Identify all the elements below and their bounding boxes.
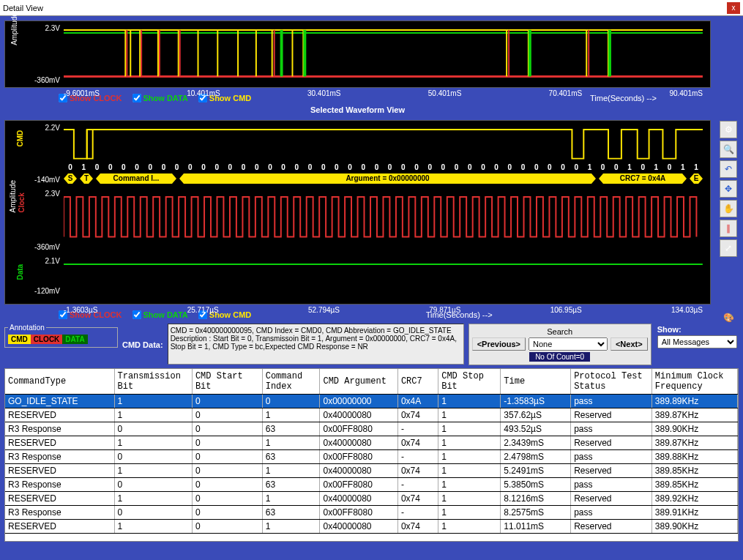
- table-row[interactable]: R3 Response00630x00FF8080-1493.52µSpass3…: [5, 422, 738, 436]
- column-header[interactable]: CommandType: [5, 369, 114, 395]
- column-header[interactable]: CRC7: [397, 369, 438, 395]
- table-row[interactable]: R3 Response00630x00FF8080-15.3850mSpass3…: [5, 478, 738, 492]
- measure-tool-icon[interactable]: ⤢: [720, 239, 737, 257]
- column-header[interactable]: CMD Start Bit: [192, 369, 262, 395]
- table-row[interactable]: RESERVED1010x400000800x74111.011mSReserv…: [5, 520, 738, 534]
- legend-cmd: CMD: [8, 335, 31, 344]
- selected-waveform[interactable]: CMD 2.2V-140mV 0100000000000000000000000…: [4, 120, 711, 305]
- search-count-badge: No Of Count=0: [529, 352, 590, 362]
- pan-tool-icon[interactable]: ✋: [720, 200, 737, 217]
- cmd-signal-label: CMD: [16, 130, 24, 147]
- table-row[interactable]: RESERVED1010x400000800x741357.62µSReserv…: [5, 408, 738, 422]
- amplitude-label: Amplitude: [9, 180, 17, 212]
- table-row[interactable]: GO_IDLE_STATE1000x000000000x4A1-1.3583µS…: [5, 395, 738, 408]
- x-ticks-top: -9.6001mS10.401mS30.401mS50.401mS70.401m…: [64, 89, 703, 97]
- cmd-data-textarea[interactable]: CMD = 0x400000000095, CMD Index = CMD0, …: [168, 324, 464, 365]
- data-wave-svg: [64, 257, 703, 294]
- cursors-tool-icon[interactable]: ∥: [720, 220, 737, 237]
- cmd-wave-svg: [64, 124, 703, 164]
- column-header[interactable]: CMD Stop Bit: [438, 369, 501, 395]
- column-header[interactable]: Minimum Clock Frequency: [651, 369, 737, 395]
- column-header[interactable]: CMD Argument: [320, 369, 397, 395]
- column-header[interactable]: Transmission Bit: [114, 369, 192, 395]
- config-tool-icon[interactable]: ⚙: [720, 121, 737, 138]
- zoom-tool-icon[interactable]: 🔍: [720, 141, 737, 158]
- table-row[interactable]: R3 Response00630x00FF8080-12.4798mSpass3…: [5, 450, 738, 464]
- protocol-decode-row: S T Command I... Argument = 0x00000000 C…: [64, 173, 703, 184]
- titlebar: Detail View x: [0, 0, 743, 16]
- search-type-select[interactable]: None: [529, 337, 608, 351]
- packet-table[interactable]: CommandTypeTransmission BitCMD Start Bit…: [4, 368, 739, 542]
- show-filter-select[interactable]: All Messages: [657, 335, 737, 348]
- window-title: Detail View: [3, 4, 43, 12]
- table-row[interactable]: RESERVED1010x400000800x7415.2491mSReserv…: [5, 464, 738, 478]
- x-ticks-mid: -1.3603µS25.717µS52.794µS79.871µS106.95µ…: [64, 306, 703, 314]
- y-ticks: 2.3V -360mV: [31, 21, 60, 87]
- column-header[interactable]: Time: [501, 369, 571, 395]
- selected-view-title: Selected Waveform View: [0, 104, 715, 116]
- table-row[interactable]: RESERVED1010x400000800x7412.3439mSReserv…: [5, 436, 738, 450]
- move-tool-icon[interactable]: ✥: [720, 180, 737, 198]
- legend-clock: CLOCK: [31, 335, 63, 344]
- search-panel: Search <Previous> None <Next> No Of Coun…: [468, 324, 651, 365]
- table-row[interactable]: RESERVED1010x400000800x7418.1216mSReserv…: [5, 492, 738, 506]
- column-header[interactable]: Command Index: [262, 369, 320, 395]
- clock-wave-svg: [64, 190, 703, 247]
- bit-row: 0100000000000000000000000000000000000001…: [64, 163, 703, 171]
- previous-button[interactable]: <Previous>: [472, 337, 526, 351]
- show-filter: Show: All Messages: [656, 324, 739, 350]
- overview-svg: [64, 24, 703, 83]
- palette-tool-icon[interactable]: 🎨: [720, 309, 737, 326]
- undo-tool-icon[interactable]: ↶: [720, 160, 737, 178]
- column-header[interactable]: Protocol Test Status: [571, 369, 652, 395]
- data-signal-label: Data: [16, 264, 24, 280]
- annotation-box: Annotation CMD CLOCK DATA: [4, 324, 118, 348]
- table-row[interactable]: R3 Response00630x00FF8080-18.2575mSpass3…: [5, 506, 738, 520]
- legend-data: DATA: [62, 335, 87, 344]
- search-title: Search: [472, 327, 648, 336]
- table-header-row: CommandTypeTransmission BitCMD Start Bit…: [5, 369, 738, 395]
- clock-signal-label: Clock: [18, 193, 26, 212]
- close-button[interactable]: x: [727, 2, 740, 14]
- cmd-data-label: CMD Data:: [122, 340, 163, 349]
- y-axis-label: Amplitude: [10, 12, 18, 45]
- side-toolbar: ⚙ 🔍 ↶ ✥ ✋ ∥ ⤢ 🎨: [720, 121, 739, 257]
- next-button[interactable]: <Next>: [611, 337, 648, 351]
- info-panel: Annotation CMD CLOCK DATA CMD Data: CMD …: [0, 321, 743, 368]
- overview-waveform[interactable]: Amplitude 2.3V -360mV -9.6001mS10.401mS3…: [4, 20, 711, 88]
